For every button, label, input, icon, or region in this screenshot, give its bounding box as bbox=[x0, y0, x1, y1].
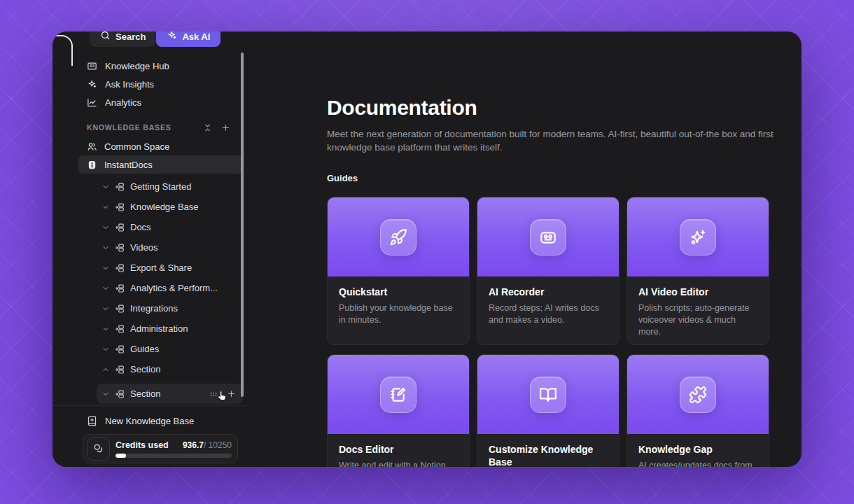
tree-item-export-share[interactable]: Export & Share bbox=[97, 258, 243, 278]
tree-item-section[interactable]: Section bbox=[97, 384, 243, 404]
sidebar-item-instantdocs[interactable]: InstantDocs bbox=[78, 155, 243, 174]
tree-item-label: Integrations bbox=[130, 303, 178, 314]
app-window: Search Ask AI Knowledge HubAsk InsightsA… bbox=[52, 31, 802, 467]
tree-item-label: Analytics & Perform... bbox=[130, 283, 218, 293]
add-knowledge-base-icon[interactable] bbox=[221, 123, 230, 132]
section-icon bbox=[115, 284, 125, 293]
section-icon bbox=[115, 182, 125, 192]
tree-item-section[interactable]: Section bbox=[97, 359, 243, 379]
sparkles-icon bbox=[167, 31, 177, 43]
guide-card-knowledge-gap[interactable]: Knowledge GapAI creates/updates docs fro… bbox=[626, 354, 769, 467]
chevron-down-icon[interactable] bbox=[102, 284, 110, 293]
sidebar-item-common-space[interactable]: Common Space bbox=[78, 137, 243, 155]
tree-item-label: Guides bbox=[130, 344, 159, 354]
guide-card-customize-knowledge-base[interactable]: Customize Knowledge Base bbox=[477, 354, 620, 467]
card-body: Customize Knowledge Base bbox=[477, 434, 619, 467]
card-title: Quickstart bbox=[339, 286, 458, 298]
tree-item-label: Section bbox=[130, 364, 160, 374]
tree-item-administration[interactable]: Administration bbox=[97, 318, 243, 339]
section-icon bbox=[115, 223, 125, 232]
guide-card-docs-editor[interactable]: Docs EditorWrite and edit with a Notion bbox=[327, 354, 470, 467]
chevron-down-icon[interactable] bbox=[102, 203, 110, 211]
tree-item-label: Docs bbox=[130, 222, 151, 232]
sparkle-plus-icon bbox=[680, 219, 716, 255]
credits-used-value: 936.7 bbox=[183, 440, 204, 450]
tree-item-knowledge-base[interactable]: Knowledge Base bbox=[97, 197, 243, 217]
search-icon bbox=[100, 31, 111, 43]
tree-item-guides[interactable]: Guides bbox=[97, 339, 243, 359]
ask-ai-button-label: Ask AI bbox=[182, 31, 210, 42]
section-icon bbox=[115, 365, 125, 374]
instantdocs-badge-icon bbox=[87, 160, 97, 170]
collapse-all-icon[interactable] bbox=[203, 123, 212, 132]
new-knowledge-base-button[interactable]: New Knowledge Base bbox=[52, 412, 247, 430]
tree-item-getting-started[interactable]: Getting Started bbox=[97, 176, 243, 197]
page-description: Meet the next generation of documentatio… bbox=[327, 127, 780, 154]
credits-label: Credits used bbox=[115, 440, 183, 450]
card-body: QuickstartPublish your knowledge base in… bbox=[328, 276, 469, 326]
card-body: Docs EditorWrite and edit with a Notion bbox=[328, 434, 469, 467]
chevron-down-icon[interactable] bbox=[102, 244, 110, 252]
coins-icon bbox=[87, 438, 110, 461]
card-title: AI Video Editor bbox=[638, 286, 757, 298]
card-description: AI creates/updates docs from bbox=[638, 460, 757, 467]
recorder-icon bbox=[530, 219, 566, 255]
card-hero bbox=[477, 197, 619, 276]
add-section-icon[interactable] bbox=[227, 389, 236, 399]
sidebar-item-knowledge-hub[interactable]: Knowledge Hub bbox=[52, 57, 247, 75]
drag-grip-icon[interactable] bbox=[209, 389, 218, 399]
sidebar-item-label: Knowledge Hub bbox=[105, 61, 169, 71]
card-title: Customize Knowledge Base bbox=[489, 443, 608, 467]
credits-total-value: / 10250 bbox=[204, 440, 232, 450]
space-label: Common Space bbox=[104, 141, 169, 152]
tree-item-videos[interactable]: Videos bbox=[97, 237, 243, 258]
chevron-down-icon[interactable] bbox=[102, 183, 110, 191]
users-icon bbox=[87, 141, 97, 152]
chevron-down-icon[interactable] bbox=[102, 264, 110, 272]
section-icon bbox=[115, 304, 125, 314]
card-title: Knowledge Gap bbox=[638, 443, 757, 456]
credits-card[interactable]: Credits used 936.7 / 10250 bbox=[83, 434, 238, 463]
search-button[interactable]: Search bbox=[90, 31, 156, 47]
credits-progress-fill bbox=[115, 454, 126, 458]
notebook-pen-icon bbox=[380, 377, 416, 413]
rocket-icon bbox=[380, 219, 416, 255]
section-icon bbox=[115, 324, 125, 334]
card-description: Polish scripts; auto-generate voiceover … bbox=[638, 302, 757, 338]
tree-item-analytics-perform[interactable]: Analytics & Perform... bbox=[97, 278, 243, 298]
card-description: Write and edit with a Notion bbox=[339, 460, 458, 467]
card-description: Publish your knowledge base in minutes. bbox=[339, 302, 458, 326]
sidebar-scrollbar[interactable] bbox=[241, 52, 244, 397]
analytics-chart-icon bbox=[87, 97, 97, 108]
chevron-down-icon[interactable] bbox=[102, 304, 110, 313]
sidebar-item-ask-insights[interactable]: Ask Insights bbox=[52, 75, 247, 93]
tree-item-integrations[interactable]: Integrations bbox=[97, 298, 243, 318]
page-title: Documentation bbox=[327, 96, 802, 120]
tree-item-label: Administration bbox=[130, 323, 188, 334]
tree-item-label: Export & Share bbox=[130, 262, 192, 273]
tree-item-label: Getting Started bbox=[130, 181, 191, 192]
card-hero bbox=[328, 197, 469, 276]
knowledge-bases-title: KNOWLEDGE BASES bbox=[87, 123, 203, 132]
guide-card-quickstart[interactable]: QuickstartPublish your knowledge base in… bbox=[327, 197, 470, 345]
sidebar-item-label: Analytics bbox=[105, 97, 141, 108]
tree-item-docs[interactable]: Docs bbox=[97, 217, 243, 237]
chevron-down-icon[interactable] bbox=[102, 223, 110, 232]
card-title: AI Recorder bbox=[489, 286, 608, 298]
chevron-up-icon[interactable] bbox=[102, 365, 110, 374]
tree-item-label: Section bbox=[130, 388, 160, 399]
sidebar-item-analytics[interactable]: Analytics bbox=[52, 93, 247, 111]
chevron-down-icon[interactable] bbox=[102, 325, 110, 333]
sparkles-icon bbox=[87, 79, 97, 90]
spaces-list: Common SpaceInstantDocs bbox=[52, 137, 247, 174]
chevron-down-icon[interactable] bbox=[102, 345, 110, 354]
guide-card-ai-video-editor[interactable]: AI Video EditorPolish scripts; auto-gene… bbox=[626, 197, 769, 345]
space-label: InstantDocs bbox=[104, 160, 153, 170]
card-hero bbox=[328, 355, 469, 434]
section-icon bbox=[115, 344, 125, 354]
guide-card-ai-recorder[interactable]: AI RecorderRecord steps; AI writes docs … bbox=[477, 197, 620, 345]
book-open-icon bbox=[530, 377, 566, 413]
chevron-down-icon[interactable] bbox=[102, 390, 110, 398]
ask-ai-button[interactable]: Ask AI bbox=[156, 31, 220, 47]
sidebar-footer: New Knowledge Base Credits used 936.7 / … bbox=[52, 405, 247, 467]
